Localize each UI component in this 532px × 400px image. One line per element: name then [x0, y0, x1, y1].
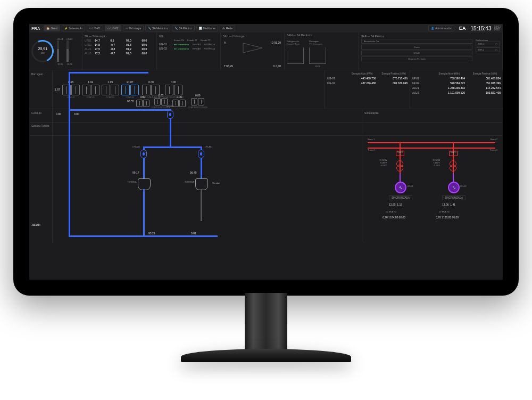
switch-trafo2[interactable]: TRAFO 2	[449, 151, 458, 156]
section-barragem: Barragem	[29, 70, 53, 109]
clock: 15:15:43	[471, 26, 492, 31]
sam-panel: SAM — SA Mecânico Refrigeração Caixa D'Á…	[285, 32, 359, 70]
section-conduto-turbina: Conduto-Turbina	[29, 123, 53, 135]
valve-icon	[167, 110, 173, 119]
generator-ug01[interactable]: ∿	[395, 182, 406, 193]
hydraulic-diagram: ADUFA UG-A01 UG-A02 99.17 96.49 TURBINA …	[53, 136, 362, 242]
substation-diagram: Barra 1 Barra 2 Tramo 1 Tramo 2 TRAFO 1 …	[362, 136, 503, 242]
sae-panel: SAE — SA Elétrico Alimentador CA Fonte U…	[359, 32, 503, 70]
subestacao-header: Subestação	[362, 109, 503, 122]
monitor-base	[181, 349, 351, 362]
nav-medidores[interactable]: 📊 Medidores	[196, 25, 218, 31]
ug-panel: UG Estado RVEstado RTEstado PP UG-01em s…	[157, 32, 221, 70]
barragem-diagram: 1.87 0.68COMP-01 1.02COMP-02 1.19COMP-03…	[53, 70, 325, 109]
turbine-icon	[195, 178, 208, 190]
power-gauge-panel: 25,91MW UG-0112,85 UG-0213,06	[29, 32, 82, 70]
tank-icon	[287, 47, 304, 64]
monitor-stand	[245, 293, 287, 352]
se-panel: SE — Subestação UFU114,70,192,060,0 UFU2…	[82, 32, 157, 70]
top-nav: FRA 🏠 Geral ⚡ Subestação ⊙ UG-01 ⊙ UG-02…	[29, 24, 503, 32]
admin-menu[interactable]: 👤 Administrador	[428, 25, 454, 31]
nav-hidrologia[interactable]: 〰 Hidrologia	[123, 25, 144, 31]
bar-ug01	[57, 40, 59, 62]
app-name: FRA	[31, 26, 40, 31]
turbine-icon	[138, 178, 151, 190]
scada-screen: FRA 🏠 Geral ⚡ Subestação ⊙ UG-01 ⊙ UG-02…	[29, 24, 503, 280]
section-conduto: Conduto	[29, 109, 53, 122]
section-jusante: Jusante	[29, 136, 53, 242]
valve-icon	[140, 150, 147, 158]
nav-rede[interactable]: 🖧 Rede	[220, 25, 235, 31]
nav-sa-mecanico[interactable]: 🔧 SA Mecânico	[145, 25, 170, 31]
nav-sa-eletrico[interactable]: 🔧 SA Elétrico	[172, 25, 194, 31]
nav-ug02[interactable]: ⊙ UG-02	[105, 25, 121, 31]
bar-ug02	[66, 40, 69, 62]
conduto-row: 0.00 0.00	[53, 109, 362, 122]
brand-logo: EA	[459, 26, 466, 31]
valve-icon	[198, 150, 204, 158]
switch-trafo1[interactable]: TRAFO 1	[396, 151, 404, 156]
power-gauge: 25,91MW	[29, 37, 57, 66]
energy-line-table: Energia Ativa (kWh)Energia Reativa (kWh)…	[410, 70, 503, 109]
date: 18/022020	[494, 26, 501, 31]
hidro-panel: SAH — Hidrologia A D 93,29 T 93,29 V 0,0…	[221, 32, 285, 70]
nav-ug01[interactable]: ⊙ UG-01	[87, 25, 103, 31]
tank-icon	[309, 47, 326, 64]
energy-ug-table: Energia Ativa (kWh)Energia Reativa (kWh)…	[325, 70, 410, 109]
nav-subestacao[interactable]: ⚡ Subestação	[62, 25, 85, 31]
nav-geral[interactable]: 🏠 Geral	[44, 25, 60, 31]
generator-ug02[interactable]: ∿	[448, 182, 460, 193]
triangle-icon	[242, 42, 263, 54]
